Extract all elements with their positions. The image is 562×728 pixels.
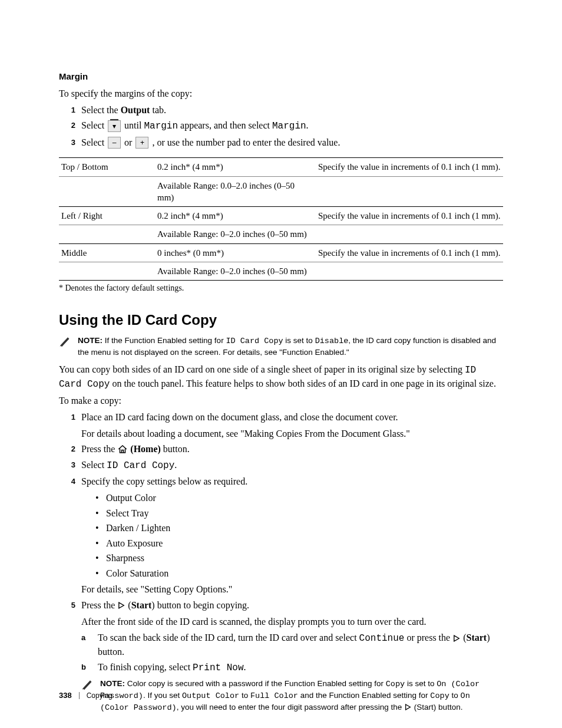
text: (Start) button. (414, 703, 463, 711)
text: Place an ID card facing down on the docu… (81, 412, 398, 422)
note: NOTE: If the Function Enabled setting fo… (59, 335, 503, 358)
table-cell: Available Range: 0.0–2.0 inches (0–50 mm… (155, 176, 316, 207)
text: Select (81, 120, 107, 130)
text: is set to (283, 336, 315, 345)
substep-letter: b (81, 661, 98, 675)
step-body: Press the (Start) button to begin copyin… (81, 599, 503, 719)
text: Press the (81, 600, 117, 610)
step-number: 4 (59, 475, 81, 596)
list-item: Darken / Lighten (95, 522, 503, 535)
list-item: Sharpness (95, 552, 503, 565)
text: tab. (150, 105, 166, 115)
text: Start (131, 600, 152, 610)
idcard-heading: Using the ID Card Copy (59, 311, 503, 330)
substep-body: To finish copying, select Print Now. (98, 661, 503, 675)
margin-table: Top / Bottom 0.2 inch* (4 mm*) Specify t… (59, 157, 503, 281)
text: Select the (81, 105, 121, 115)
text: appears, and then select (178, 120, 272, 130)
plus-icon: + (135, 137, 148, 149)
table-cell: Available Range: 0–2.0 inches (0–50 mm) (155, 225, 316, 243)
substep-body: To scan the back side of the ID card, tu… (98, 631, 503, 658)
text: Color copy is secured with a password if… (127, 679, 386, 688)
bullet-list: Output Color Select Tray Darken / Lighte… (95, 492, 503, 580)
text: and the Function Enabled setting for (298, 691, 430, 700)
step-number: 2 (59, 443, 81, 456)
step-body: Place an ID card facing down on the docu… (81, 411, 503, 440)
margin-steps: 1 Select the Output tab. 2 Select ▾ unti… (59, 104, 503, 150)
text: to (239, 691, 250, 700)
note-icon (81, 678, 97, 690)
step-number: 1 (59, 411, 81, 440)
text: , or use the number pad to enter the des… (152, 137, 340, 147)
down-arrow-icon: ▾ (108, 120, 121, 132)
text: If the Function Enabled setting for (105, 336, 226, 345)
sub-steps: a To scan the back side of the ID card, … (81, 631, 503, 675)
note: NOTE: Color copy is secured with a passw… (81, 678, 503, 714)
list-item: Output Color (95, 492, 503, 505)
table-cell: Left / Right (59, 207, 155, 225)
section-name: Copying (87, 691, 113, 700)
table-cell: Specify the value in increments of 0.1 i… (316, 207, 503, 225)
step-body: Select the Output tab. (81, 104, 503, 117)
text: Copy (430, 691, 449, 700)
text: Continue (359, 633, 405, 644)
table-cell: Specify the value in increments of 0.1 i… (316, 158, 503, 176)
step-number: 3 (59, 136, 81, 149)
text: ) button to begin copying. (151, 600, 249, 610)
text: Select (81, 460, 107, 470)
page-number: 338 (59, 690, 72, 701)
step-body: Specify the copy settings below as requi… (81, 475, 503, 596)
note-icon (59, 335, 74, 347)
text: (Home) (130, 444, 161, 454)
text: or press the (404, 633, 452, 643)
step-body: Select ID Card Copy. (81, 459, 503, 473)
text: until (124, 120, 144, 130)
text: button. (161, 444, 190, 454)
text: Print Now (193, 663, 243, 673)
margin-heading: Margin (59, 71, 503, 83)
text: You can copy both sides of an ID card on… (59, 364, 465, 374)
step-number: 3 (59, 459, 81, 473)
text: to (449, 691, 461, 700)
text: To finish copying, select (98, 662, 193, 672)
text: Select (81, 137, 107, 147)
text: . If you set (143, 691, 182, 700)
text: . (306, 120, 309, 130)
text: Full Color (250, 691, 298, 700)
table-cell: Top / Bottom (59, 158, 155, 176)
text: . (244, 662, 246, 672)
text: ID Card Copy (107, 460, 174, 471)
table-cell: Middle (59, 243, 155, 262)
start-icon (117, 601, 125, 610)
text: Output (121, 105, 150, 115)
list-item: Auto Exposure (95, 537, 503, 550)
divider (79, 692, 80, 699)
text: , you will need to enter the four digit … (177, 703, 404, 711)
text: For details, see "Setting Copy Options." (81, 584, 232, 594)
substep-letter: a (81, 631, 98, 658)
home-icon (117, 444, 128, 454)
step-number: 2 (59, 119, 81, 133)
idcard-steps: 1 Place an ID card facing down on the do… (59, 411, 503, 719)
text: After the front side of the ID card is s… (81, 617, 427, 627)
minus-icon: – (108, 137, 121, 149)
footnote: * Denotes the factory default settings. (59, 283, 503, 294)
text: . (174, 460, 177, 470)
table-cell: 0.2 inch* (4 mm*) (155, 158, 316, 176)
text: For details about loading a document, se… (81, 429, 410, 439)
paragraph: To make a copy: (59, 394, 503, 407)
text: Output Color (182, 691, 239, 700)
text: NOTE: (100, 679, 127, 688)
table-cell: 0.2 inch* (4 mm*) (155, 207, 316, 225)
text: on the touch panel. This feature helps t… (110, 378, 496, 388)
text: Disable (315, 337, 349, 345)
text: ID Card Copy (226, 337, 283, 345)
list-item: Color Saturation (95, 567, 503, 580)
paragraph: You can copy both sides of an ID card on… (59, 363, 503, 391)
text: To scan the back side of the ID card, tu… (98, 633, 359, 643)
text: NOTE: (78, 336, 105, 345)
margin-intro: To specify the margins of the copy: (59, 87, 503, 100)
text: Margin (144, 121, 178, 131)
table-cell: 0 inches* (0 mm*) (155, 243, 316, 262)
text: Specify the copy settings below as requi… (81, 476, 247, 486)
